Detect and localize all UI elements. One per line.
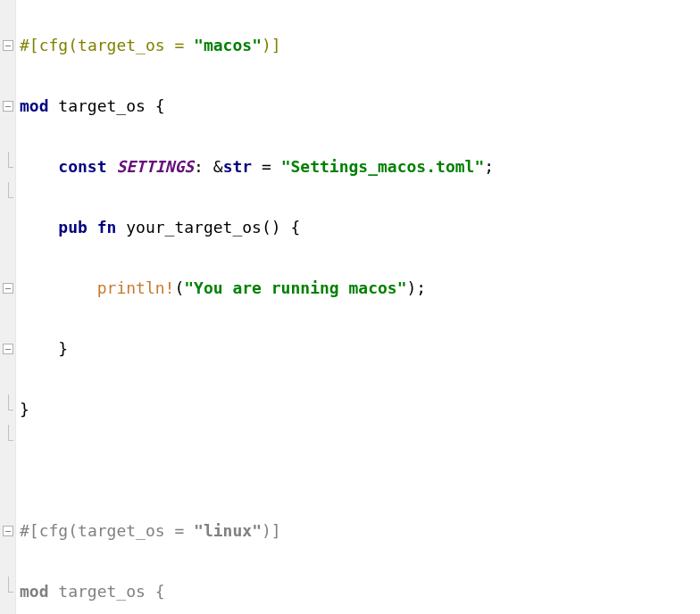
- code-line: #[cfg(target_os = "linux")]: [20, 516, 700, 546]
- keyword-const: const: [58, 157, 106, 176]
- code-line: pub fn your_target_os() {: [20, 212, 700, 243]
- fold-close-icon: [3, 586, 13, 597]
- fold-close-icon: [3, 162, 13, 172]
- fold-minus-icon[interactable]: [3, 40, 13, 51]
- fold-close-icon: [3, 192, 13, 203]
- code-editor: #[cfg(target_os = "macos")] mod target_o…: [0, 0, 700, 614]
- code-line: [20, 455, 700, 485]
- attr-key: target_os: [78, 521, 165, 540]
- code-line: #[cfg(target_os = "macos")]: [20, 30, 700, 61]
- fold-minus-icon[interactable]: [3, 344, 13, 354]
- code-line: mod target_os {: [20, 577, 700, 607]
- keyword-pub: pub: [58, 218, 88, 236]
- mod-name: target_os: [49, 96, 155, 115]
- fold-minus-icon[interactable]: [3, 101, 13, 112]
- mod-name: target_os: [49, 582, 155, 601]
- keyword-mod: mod: [20, 96, 49, 115]
- code-line: }: [20, 394, 700, 425]
- attr-hash: #[: [20, 521, 39, 540]
- fold-close-icon: [3, 435, 13, 445]
- gutter: [0, 0, 16, 614]
- fold-minus-icon[interactable]: [3, 283, 13, 294]
- attr-hash: #[: [20, 36, 39, 54]
- keyword-fn: fn: [97, 218, 117, 236]
- code-line: println!("You are running macos");: [20, 273, 700, 303]
- type-str: str: [223, 157, 253, 176]
- code-line: const SETTINGS: &str = "Settings_macos.t…: [20, 152, 700, 182]
- const-name: SETTINGS: [116, 157, 194, 176]
- string-literal: "linux": [194, 521, 262, 540]
- attr-cfg: cfg: [39, 36, 69, 54]
- attr-cfg: cfg: [39, 521, 69, 540]
- code-area[interactable]: #[cfg(target_os = "macos")] mod target_o…: [16, 0, 700, 614]
- string-literal: "macos": [194, 36, 262, 54]
- attr-key: target_os: [78, 36, 165, 54]
- code-line: mod target_os {: [20, 91, 700, 121]
- string-literal: "You are running macos": [184, 278, 406, 297]
- code-line: }: [20, 334, 700, 364]
- fn-name: your_target_os: [116, 218, 262, 236]
- keyword-mod: mod: [20, 582, 49, 601]
- string-literal: "Settings_macos.toml": [281, 157, 485, 176]
- macro-println: println!: [97, 278, 175, 297]
- fold-minus-icon[interactable]: [3, 526, 13, 536]
- fold-close-icon: [3, 404, 13, 415]
